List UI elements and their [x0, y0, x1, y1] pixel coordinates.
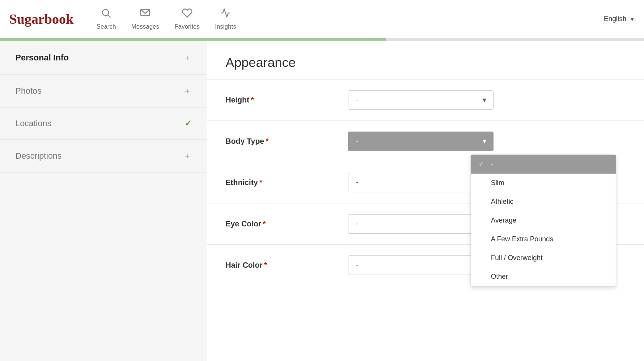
body-type-select[interactable]: - [348, 132, 494, 151]
chevron-down-icon: ▼ [629, 16, 635, 22]
hair-color-label: Hair Color* [226, 261, 348, 270]
plus-icon-personal-info: ＋ [183, 52, 191, 63]
ethnicity-label: Ethnicity* [226, 178, 348, 187]
nav-item-messages[interactable]: Messages [131, 8, 159, 30]
option-label-other: Other [491, 273, 508, 281]
eye-color-label: Eye Color* [226, 220, 348, 228]
sidebar: Personal Info ＋ Photos ＋ Locations ✓ Des… [0, 41, 207, 361]
required-star-ethnicity: * [259, 178, 262, 187]
hair-color-value: - [356, 261, 358, 269]
svg-line-1 [108, 15, 111, 17]
header: Sugarbook Search Messages [0, 0, 644, 38]
height-row: Height* - ▼ [207, 80, 644, 121]
body-type-label: Body Type* [226, 137, 348, 146]
required-star-eye-color: * [263, 220, 266, 228]
body-type-option-other[interactable]: Other [471, 267, 616, 286]
body-type-option-dash[interactable]: ✓ - [471, 155, 616, 174]
section-title: Appearance [207, 41, 644, 80]
svg-point-0 [103, 10, 109, 16]
nav: Search Messages Favorites [96, 8, 604, 30]
option-label-full-overweight: Full / Overweight [491, 254, 543, 262]
height-value: - [356, 96, 358, 104]
body-type-option-athletic[interactable]: Athletic [471, 192, 616, 211]
body-type-select-wrapper: - ▼ ✓ - Slim Athletic [348, 132, 494, 151]
option-label-few-extra: A Few Extra Pounds [491, 235, 553, 243]
required-star-hair-color: * [264, 261, 267, 269]
nav-search-label: Search [96, 23, 116, 30]
option-label-average: Average [491, 216, 517, 224]
body-type-option-average[interactable]: Average [471, 211, 616, 230]
body-type-row: Body Type* - ▼ ✓ - Slim [207, 121, 644, 162]
check-icon-locations: ✓ [185, 119, 191, 128]
messages-icon [140, 8, 150, 21]
option-label-slim: Slim [491, 179, 504, 187]
progress-fill [0, 38, 386, 41]
page-layout: Personal Info ＋ Photos ＋ Locations ✓ Des… [0, 41, 644, 361]
sidebar-item-personal-info[interactable]: Personal Info ＋ [0, 41, 207, 75]
body-type-option-full-overweight[interactable]: Full / Overweight [471, 249, 616, 267]
language-selector[interactable]: English ▼ [604, 15, 635, 23]
sidebar-item-descriptions[interactable]: Descriptions ＋ [0, 140, 207, 173]
height-select[interactable]: - [348, 90, 494, 110]
nav-messages-label: Messages [131, 23, 159, 30]
body-type-value: - [356, 137, 358, 145]
option-label-athletic: Athletic [491, 198, 513, 206]
nav-insights-label: Insights [215, 23, 236, 30]
check-icon: ✓ [479, 161, 486, 168]
nav-item-insights[interactable]: Insights [215, 8, 236, 30]
sidebar-item-locations[interactable]: Locations ✓ [0, 108, 207, 140]
option-label-dash: - [491, 160, 493, 168]
favorites-icon [182, 8, 193, 21]
main-content: Appearance Height* - ▼ Body Type* - [207, 41, 644, 361]
nav-favorites-label: Favorites [175, 23, 200, 30]
search-icon [101, 8, 111, 21]
required-star-height: * [251, 96, 254, 104]
height-select-wrapper: - ▼ [348, 90, 494, 110]
ethnicity-value: - [356, 179, 358, 187]
height-label: Height* [226, 96, 348, 104]
plus-icon-descriptions: ＋ [183, 150, 191, 162]
sidebar-item-photos[interactable]: Photos ＋ [0, 75, 207, 108]
insights-icon [220, 8, 231, 21]
nav-item-search[interactable]: Search [96, 8, 116, 30]
progress-bar [0, 38, 644, 41]
body-type-dropdown: ✓ - Slim Athletic Average [471, 154, 616, 286]
logo[interactable]: Sugarbook [9, 11, 74, 27]
nav-item-favorites[interactable]: Favorites [175, 8, 200, 30]
body-type-option-few-extra[interactable]: A Few Extra Pounds [471, 230, 616, 249]
body-type-option-slim[interactable]: Slim [471, 174, 616, 192]
eye-color-value: - [356, 220, 358, 228]
required-star-body-type: * [266, 137, 269, 145]
plus-icon-photos: ＋ [183, 85, 191, 97]
language-label: English [604, 15, 626, 23]
